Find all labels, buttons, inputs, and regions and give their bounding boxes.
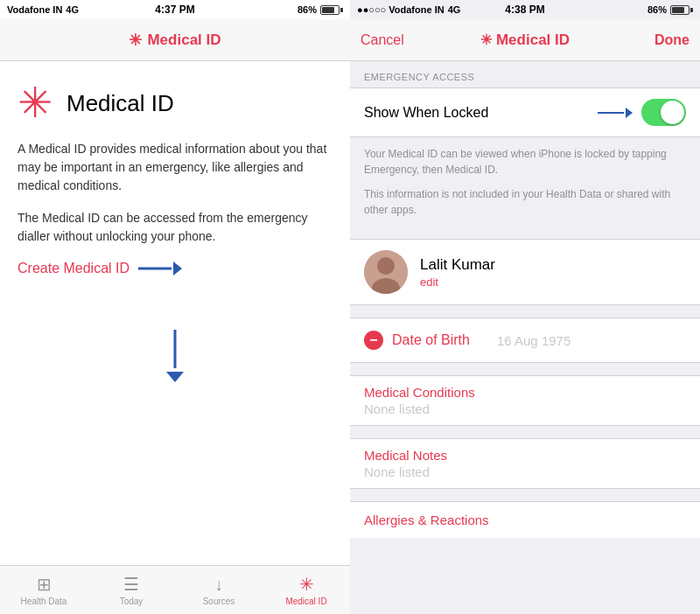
tab-health-data[interactable]: ⊞ Health Data (0, 574, 88, 606)
profile-info: Lalit Kumar edit (420, 256, 495, 289)
right-battery-icon (670, 5, 693, 15)
show-when-locked-toggle[interactable] (641, 99, 686, 126)
profile-name: Lalit Kumar (420, 256, 495, 274)
left-carrier: Vodafone IN (7, 4, 62, 15)
toggle-arrow (598, 106, 633, 120)
allergies-row: Allergies & Reactions (350, 501, 700, 538)
left-status-bar: Vodafone IN 4G 4:37 PM 86% (0, 0, 350, 19)
tab-medical-id-label: Medical ID (285, 597, 326, 606)
left-battery-icon (320, 5, 343, 15)
right-status-left: ●●○○○ Vodafone IN 4G (357, 4, 469, 15)
avatar-image (364, 250, 408, 294)
left-panel: Vodafone IN 4G 4:37 PM 86% ✳ Medical ID … (0, 0, 350, 614)
health-data-icon: ⊞ (37, 574, 52, 595)
right-battery-pct: 86% (648, 4, 667, 15)
right-status-bar: ●●○○○ Vodafone IN 4G 4:38 PM 86% (350, 0, 700, 19)
left-content: ✳ Medical ID A Medical ID provides medic… (0, 61, 350, 565)
medical-conditions-label: Medical Conditions (364, 385, 686, 400)
create-link-container: Create Medical ID (18, 260, 332, 277)
info-text-2: This information is not included in your… (350, 186, 700, 227)
left-status-center: 4:37 PM (119, 3, 231, 16)
medical-conditions-value: None listed (364, 401, 686, 416)
date-of-birth-minus[interactable]: − (364, 331, 383, 350)
left-nav-title: ✳ Medical ID (129, 31, 220, 50)
info-section: Medical Conditions None listed Medical N… (350, 375, 700, 538)
date-of-birth-label: Date of Birth (392, 332, 488, 348)
tab-medical-id[interactable]: ✳ Medical ID (262, 574, 350, 606)
today-icon: ☰ (123, 574, 139, 595)
tab-health-data-label: Health Data (21, 597, 67, 606)
allergies-label: Allergies & Reactions (364, 513, 686, 527)
toggle-knob (661, 101, 684, 124)
date-of-birth-value: 16 Aug 1975 (497, 333, 570, 348)
medical-notes-row: Medical Notes None listed (350, 438, 700, 489)
date-of-birth-row: − Date of Birth 16 Aug 1975 (350, 318, 700, 362)
big-asterisk-icon: ✳ (18, 82, 52, 124)
right-content: EMERGENCY ACCESS Show When Locked Your M… (350, 61, 700, 614)
medical-id-header: ✳ Medical ID (18, 82, 332, 124)
description-1: A Medical ID provides medical informatio… (18, 140, 332, 195)
info-text-1: Your Medical ID can be viewed when iPhon… (350, 137, 700, 186)
bottom-tab-bar: ⊞ Health Data ☰ Today ↓ Sources ✳ Medica… (0, 565, 350, 614)
data-section: − Date of Birth 16 Aug 1975 (350, 317, 700, 363)
create-link-arrow (138, 260, 182, 277)
medical-notes-label: Medical Notes (364, 448, 686, 463)
create-medical-id-link[interactable]: Create Medical ID (18, 261, 130, 276)
left-status-right: 86% (231, 4, 343, 15)
tab-today[interactable]: ☰ Today (88, 574, 175, 606)
left-nav-title-text: Medical ID (147, 31, 220, 49)
down-arrow-container (18, 330, 332, 382)
medical-notes-value: None listed (364, 464, 686, 479)
emergency-access-header: EMERGENCY ACCESS (350, 61, 700, 87)
avatar (364, 250, 408, 294)
left-network: 4G (66, 4, 79, 15)
done-button[interactable]: Done (607, 32, 690, 48)
right-status-right: 86% (581, 4, 693, 15)
right-nav-title-text: Medical ID (496, 31, 570, 49)
left-battery-pct: 86% (298, 4, 317, 15)
right-nav-title: ✳ Medical ID (443, 31, 607, 49)
right-network: 4G (448, 4, 461, 15)
profile-edit-link[interactable]: edit (420, 276, 495, 289)
medical-id-tab-icon: ✳ (299, 574, 314, 595)
description-2: The Medical ID can be accessed from the … (18, 209, 332, 246)
medical-id-title: Medical ID (66, 90, 174, 117)
right-status-center: 4:38 PM (469, 3, 581, 16)
sources-icon: ↓ (214, 575, 223, 595)
right-nav-bar: Cancel ✳ Medical ID Done (350, 19, 700, 61)
tab-today-label: Today (120, 597, 144, 606)
right-nav-asterisk: ✳ (480, 31, 492, 48)
cancel-button[interactable]: Cancel (360, 32, 443, 48)
show-when-locked-group: Show When Locked (350, 87, 700, 137)
down-arrow-icon (166, 330, 184, 382)
show-when-locked-row: Show When Locked (350, 88, 700, 136)
left-nav-asterisk: ✳ (129, 31, 142, 50)
tab-sources-label: Sources (203, 597, 235, 606)
medical-conditions-row: Medical Conditions None listed (350, 375, 700, 426)
svg-point-1 (377, 257, 395, 275)
profile-section: Lalit Kumar edit (350, 239, 700, 305)
left-status-left: Vodafone IN 4G (7, 4, 119, 15)
left-nav-bar: ✳ Medical ID (0, 19, 350, 61)
right-panel: ●●○○○ Vodafone IN 4G 4:38 PM 86% Cancel … (350, 0, 700, 614)
show-when-locked-label: Show When Locked (364, 105, 598, 121)
right-time: 4:38 PM (505, 3, 544, 16)
tab-sources[interactable]: ↓ Sources (175, 575, 262, 606)
left-time: 4:37 PM (155, 3, 194, 16)
right-carrier: ●●○○○ Vodafone IN (357, 4, 444, 15)
toggle-container (598, 99, 686, 126)
